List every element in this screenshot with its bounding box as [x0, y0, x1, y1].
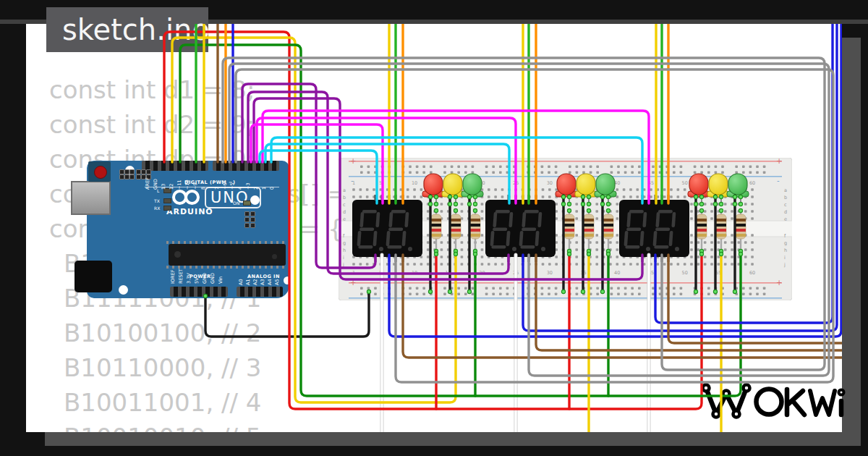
pin-label-GND: GND: [153, 172, 158, 190]
svg-text:+: +: [776, 158, 782, 165]
arduino-uno-board[interactable]: DIGITAL (PWM ~) UNO ARDUINO LTXRX ON POW…: [87, 161, 289, 298]
svg-text:e: e: [343, 216, 346, 222]
svg-text:40: 40: [614, 180, 620, 186]
svg-text:45: 45: [648, 180, 654, 186]
mounting-hole: [119, 285, 128, 295]
svg-text:45: 45: [648, 270, 654, 276]
pin-label-~6: ~6: [223, 172, 228, 190]
svg-text:50: 50: [682, 180, 688, 186]
pin-label-2: 2: [254, 172, 259, 190]
analog-header[interactable]: [237, 287, 283, 297]
svg-text:20: 20: [479, 270, 485, 276]
svg-text:55: 55: [715, 270, 721, 276]
svg-text:1: 1: [352, 270, 355, 276]
svg-text:j: j: [783, 262, 786, 268]
svg-text:35: 35: [580, 270, 586, 276]
svg-text:60: 60: [749, 270, 755, 276]
digital-header-left[interactable]: [142, 161, 208, 171]
digital-header-right[interactable]: [213, 161, 279, 171]
svg-text:g: g: [784, 240, 787, 246]
pin-label-~9: ~9: [193, 172, 198, 190]
svg-text:d: d: [343, 209, 346, 215]
pin-label-5V: 5V: [195, 266, 200, 284]
svg-text:-: -: [351, 298, 354, 300]
svg-text:55: 55: [715, 180, 721, 186]
on-led-label: ON: [233, 200, 239, 206]
pin-label-A5: A5: [275, 268, 280, 285]
pin-label-~11: ~11: [177, 172, 182, 190]
pin-label-~5: ~5: [230, 172, 235, 190]
mounting-hole: [250, 195, 260, 205]
svg-text:+: +: [350, 158, 356, 165]
code-line: B10011001, // 4: [64, 388, 261, 417]
pin-label-GND: GND: [203, 266, 208, 284]
svg-text:-: -: [777, 177, 780, 185]
atmega-chip: [169, 244, 286, 266]
svg-text:15: 15: [446, 270, 451, 276]
pin-label-1: 1: [262, 172, 267, 190]
svg-text:g: g: [343, 240, 346, 246]
svg-text:10: 10: [412, 180, 417, 186]
svg-text:h: h: [343, 248, 346, 253]
code-line: B10010010, // 5: [64, 423, 261, 432]
reset-button[interactable]: [88, 161, 111, 182]
sketch-tab[interactable]: sketch.ino: [46, 7, 208, 52]
svg-text:h: h: [784, 248, 787, 253]
pin-label-A2: A2: [253, 268, 258, 285]
svg-text:+: +: [350, 279, 356, 287]
svg-text:i: i: [343, 255, 344, 261]
power-header[interactable]: [170, 287, 228, 297]
svg-text:b: b: [343, 195, 346, 200]
pin-label-~10: ~10: [185, 172, 190, 190]
svg-text:25: 25: [513, 180, 519, 186]
code-line: const int d2 = 9;: [49, 110, 255, 139]
wokwi-share-preview: { "tab": { "title": "sketch.ino" }, "log…: [0, 0, 868, 456]
status-led-TX: [163, 198, 171, 203]
svg-text:a: a: [343, 187, 346, 193]
svg-text:5: 5: [379, 180, 382, 186]
svg-text:40: 40: [614, 270, 620, 276]
pin-label-A4: A4: [268, 268, 273, 285]
svg-text:1: 1: [352, 180, 355, 186]
pin-label-A1: A1: [246, 268, 251, 285]
svg-text:e: e: [784, 216, 787, 222]
usb-connector: [71, 181, 111, 215]
power-jack: [75, 261, 112, 292]
status-led-RX: [163, 206, 171, 211]
pin-label-3.3V: 3.3V: [187, 266, 192, 284]
reset-button-cap[interactable]: [94, 166, 107, 179]
wokwi-logo: [699, 372, 846, 424]
svg-text:5: 5: [379, 270, 382, 276]
pin-label-4: 4: [238, 172, 243, 190]
pin-label-12: 12: [169, 172, 174, 190]
pin-label-13: 13: [161, 172, 166, 190]
pin-label-0: 0: [270, 172, 275, 190]
svg-text:d: d: [784, 209, 787, 215]
svg-text:15: 15: [446, 180, 451, 186]
svg-text:30: 30: [547, 270, 553, 276]
board-brand-label: ARDUINO: [166, 207, 213, 216]
svg-text:b: b: [784, 195, 787, 200]
svg-text:25: 25: [513, 270, 519, 276]
svg-text:j: j: [342, 262, 344, 268]
pin-label-Vin: Vin: [218, 266, 224, 284]
svg-text:10: 10: [412, 270, 417, 276]
svg-text:a: a: [784, 187, 787, 193]
svg-text:60: 60: [749, 180, 755, 186]
pin-label-8: 8: [201, 172, 206, 190]
svg-text:i: i: [784, 255, 786, 261]
pin-label-~3: ~3: [246, 172, 251, 190]
icsp-header-1: [119, 169, 135, 180]
status-led-label-RX: RX: [154, 206, 160, 211]
pin-label-A3: A3: [260, 268, 265, 285]
icsp-header-3: [244, 211, 256, 229]
svg-text:+: +: [776, 279, 782, 287]
svg-text:c: c: [784, 202, 787, 208]
pin-label-IOREF: IOREF: [171, 266, 176, 284]
breadboard[interactable]: ++--++--11551010151520202525303035354040…: [339, 158, 792, 300]
pin-label-AREF: AREF: [145, 172, 150, 190]
status-led-label-TX: TX: [154, 198, 160, 203]
arduino-infinity-logo: [172, 190, 204, 207]
svg-text:50: 50: [682, 270, 688, 276]
svg-text:30: 30: [547, 180, 553, 186]
